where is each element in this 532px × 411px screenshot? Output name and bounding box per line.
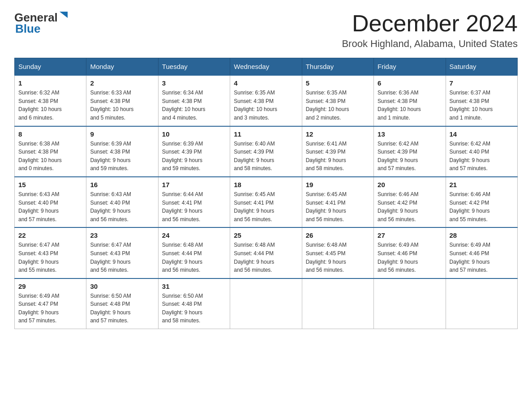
calendar-cell: 8 Sunrise: 6:38 AMSunset: 4:38 PMDayligh… <box>15 126 86 177</box>
weekday-header-sunday: Sunday <box>15 58 86 76</box>
weekday-header-wednesday: Wednesday <box>230 58 302 76</box>
calendar-cell: 2 Sunrise: 6:33 AMSunset: 4:38 PMDayligh… <box>86 75 158 126</box>
day-info: Sunrise: 6:35 AMSunset: 4:38 PMDaylight:… <box>234 89 298 122</box>
calendar-cell: 5 Sunrise: 6:35 AMSunset: 4:38 PMDayligh… <box>302 75 373 126</box>
day-info: Sunrise: 6:44 AMSunset: 4:41 PMDaylight:… <box>162 190 226 223</box>
day-info: Sunrise: 6:32 AMSunset: 4:38 PMDaylight:… <box>18 89 82 122</box>
day-info: Sunrise: 6:45 AMSunset: 4:41 PMDaylight:… <box>306 190 370 223</box>
weekday-header-row: SundayMondayTuesdayWednesdayThursdayFrid… <box>15 58 518 76</box>
calendar-cell: 17 Sunrise: 6:44 AMSunset: 4:41 PMDaylig… <box>158 177 230 227</box>
calendar-week-row: 29 Sunrise: 6:49 AMSunset: 4:47 PMDaylig… <box>15 278 518 329</box>
day-info: Sunrise: 6:48 AMSunset: 4:44 PMDaylight:… <box>234 241 298 274</box>
calendar-cell: 6 Sunrise: 6:36 AMSunset: 4:38 PMDayligh… <box>374 75 446 126</box>
calendar-cell: 24 Sunrise: 6:48 AMSunset: 4:44 PMDaylig… <box>158 227 230 278</box>
day-number: 26 <box>306 231 370 239</box>
weekday-header-friday: Friday <box>374 58 446 76</box>
calendar-cell: 13 Sunrise: 6:42 AMSunset: 4:39 PMDaylig… <box>374 126 446 177</box>
calendar-week-row: 15 Sunrise: 6:43 AMSunset: 4:40 PMDaylig… <box>15 177 518 227</box>
calendar-table: SundayMondayTuesdayWednesdayThursdayFrid… <box>14 58 518 329</box>
day-info: Sunrise: 6:38 AMSunset: 4:38 PMDaylight:… <box>18 140 82 173</box>
weekday-header-thursday: Thursday <box>302 58 373 76</box>
logo: General Blue <box>14 11 69 36</box>
day-info: Sunrise: 6:50 AMSunset: 4:48 PMDaylight:… <box>162 292 226 325</box>
calendar-cell: 19 Sunrise: 6:45 AMSunset: 4:41 PMDaylig… <box>302 177 373 227</box>
day-number: 28 <box>450 231 514 239</box>
calendar-cell: 4 Sunrise: 6:35 AMSunset: 4:38 PMDayligh… <box>230 75 302 126</box>
calendar-cell: 1 Sunrise: 6:32 AMSunset: 4:38 PMDayligh… <box>15 75 86 126</box>
calendar-cell <box>374 278 446 329</box>
calendar-cell: 3 Sunrise: 6:34 AMSunset: 4:38 PMDayligh… <box>158 75 230 126</box>
calendar-cell <box>446 278 517 329</box>
day-number: 21 <box>450 181 514 188</box>
day-info: Sunrise: 6:41 AMSunset: 4:39 PMDaylight:… <box>306 140 370 173</box>
calendar-cell: 12 Sunrise: 6:41 AMSunset: 4:39 PMDaylig… <box>302 126 373 177</box>
calendar-week-row: 1 Sunrise: 6:32 AMSunset: 4:38 PMDayligh… <box>15 75 518 126</box>
day-number: 16 <box>90 181 154 188</box>
day-number: 2 <box>90 79 154 87</box>
day-info: Sunrise: 6:37 AMSunset: 4:38 PMDaylight:… <box>450 89 514 122</box>
weekday-header-tuesday: Tuesday <box>158 58 230 76</box>
day-info: Sunrise: 6:42 AMSunset: 4:40 PMDaylight:… <box>450 140 514 173</box>
calendar-cell: 21 Sunrise: 6:46 AMSunset: 4:42 PMDaylig… <box>446 177 517 227</box>
calendar-cell: 28 Sunrise: 6:49 AMSunset: 4:46 PMDaylig… <box>446 227 517 278</box>
calendar-cell: 16 Sunrise: 6:43 AMSunset: 4:40 PMDaylig… <box>86 177 158 227</box>
day-info: Sunrise: 6:34 AMSunset: 4:38 PMDaylight:… <box>162 89 226 122</box>
day-number: 12 <box>306 130 370 138</box>
day-info: Sunrise: 6:46 AMSunset: 4:42 PMDaylight:… <box>378 190 442 223</box>
day-number: 29 <box>18 283 82 290</box>
title-block: December 2024 Brook Highland, Alabama, U… <box>342 11 518 50</box>
day-number: 31 <box>162 283 226 290</box>
day-info: Sunrise: 6:35 AMSunset: 4:38 PMDaylight:… <box>306 89 370 122</box>
day-number: 3 <box>162 79 226 87</box>
day-info: Sunrise: 6:43 AMSunset: 4:40 PMDaylight:… <box>18 190 82 223</box>
calendar-cell: 7 Sunrise: 6:37 AMSunset: 4:38 PMDayligh… <box>446 75 517 126</box>
calendar-cell: 22 Sunrise: 6:47 AMSunset: 4:43 PMDaylig… <box>15 227 86 278</box>
day-number: 9 <box>90 130 154 138</box>
day-number: 27 <box>378 231 442 239</box>
day-info: Sunrise: 6:49 AMSunset: 4:46 PMDaylight:… <box>450 241 514 274</box>
calendar-cell <box>302 278 373 329</box>
day-info: Sunrise: 6:43 AMSunset: 4:40 PMDaylight:… <box>90 190 154 223</box>
day-number: 24 <box>162 231 226 239</box>
calendar-cell: 20 Sunrise: 6:46 AMSunset: 4:42 PMDaylig… <box>374 177 446 227</box>
day-number: 6 <box>378 79 442 87</box>
day-number: 15 <box>18 181 82 188</box>
day-number: 11 <box>234 130 298 138</box>
location-title: Brook Highland, Alabama, United States <box>342 38 518 50</box>
day-info: Sunrise: 6:39 AMSunset: 4:38 PMDaylight:… <box>90 140 154 173</box>
day-info: Sunrise: 6:47 AMSunset: 4:43 PMDaylight:… <box>90 241 154 274</box>
day-number: 19 <box>306 181 370 188</box>
day-number: 14 <box>450 130 514 138</box>
day-number: 25 <box>234 231 298 239</box>
calendar-cell: 14 Sunrise: 6:42 AMSunset: 4:40 PMDaylig… <box>446 126 517 177</box>
day-number: 1 <box>18 79 82 87</box>
day-number: 7 <box>450 79 514 87</box>
calendar-week-row: 8 Sunrise: 6:38 AMSunset: 4:38 PMDayligh… <box>15 126 518 177</box>
calendar-cell: 26 Sunrise: 6:48 AMSunset: 4:45 PMDaylig… <box>302 227 373 278</box>
svg-marker-0 <box>60 12 68 18</box>
day-number: 4 <box>234 79 298 87</box>
day-info: Sunrise: 6:50 AMSunset: 4:48 PMDaylight:… <box>90 292 154 325</box>
calendar-cell: 25 Sunrise: 6:48 AMSunset: 4:44 PMDaylig… <box>230 227 302 278</box>
calendar-cell: 29 Sunrise: 6:49 AMSunset: 4:47 PMDaylig… <box>15 278 86 329</box>
day-number: 18 <box>234 181 298 188</box>
weekday-header-monday: Monday <box>86 58 158 76</box>
weekday-header-saturday: Saturday <box>446 58 517 76</box>
calendar-cell: 30 Sunrise: 6:50 AMSunset: 4:48 PMDaylig… <box>86 278 158 329</box>
day-info: Sunrise: 6:42 AMSunset: 4:39 PMDaylight:… <box>378 140 442 173</box>
logo-blue-text: Blue <box>15 22 40 36</box>
calendar-cell <box>230 278 302 329</box>
calendar-cell: 9 Sunrise: 6:39 AMSunset: 4:38 PMDayligh… <box>86 126 158 177</box>
calendar-cell: 23 Sunrise: 6:47 AMSunset: 4:43 PMDaylig… <box>86 227 158 278</box>
calendar-cell: 11 Sunrise: 6:40 AMSunset: 4:39 PMDaylig… <box>230 126 302 177</box>
day-number: 5 <box>306 79 370 87</box>
calendar-cell: 18 Sunrise: 6:45 AMSunset: 4:41 PMDaylig… <box>230 177 302 227</box>
day-info: Sunrise: 6:49 AMSunset: 4:46 PMDaylight:… <box>378 241 442 274</box>
day-info: Sunrise: 6:46 AMSunset: 4:42 PMDaylight:… <box>450 190 514 223</box>
day-number: 23 <box>90 231 154 239</box>
day-number: 13 <box>378 130 442 138</box>
calendar-cell: 31 Sunrise: 6:50 AMSunset: 4:48 PMDaylig… <box>158 278 230 329</box>
day-info: Sunrise: 6:40 AMSunset: 4:39 PMDaylight:… <box>234 140 298 173</box>
day-info: Sunrise: 6:48 AMSunset: 4:45 PMDaylight:… <box>306 241 370 274</box>
day-info: Sunrise: 6:33 AMSunset: 4:38 PMDaylight:… <box>90 89 154 122</box>
